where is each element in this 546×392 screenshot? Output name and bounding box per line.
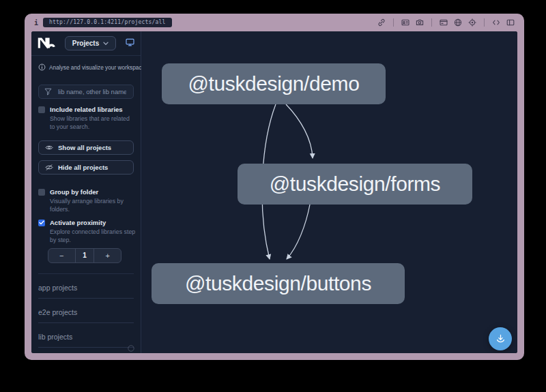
graph-node-demo[interactable]: @tuskdesign/demo	[162, 63, 386, 104]
graph-node-buttons[interactable]: @tuskdesign/buttons	[152, 263, 405, 304]
sidebar-item-lib-projects[interactable]: lib projects	[38, 323, 134, 348]
app-window-icon[interactable]	[440, 18, 448, 27]
workspace-tagline-text: Analyse and visualize your workspace.	[49, 64, 147, 71]
include-related-description: Show libraries that are related to your …	[50, 115, 136, 131]
proximity-depth-stepper: − 1 +	[48, 248, 121, 263]
include-related-group: Include related libraries Show libraries…	[38, 106, 134, 131]
group-by-folder-label: Group by folder	[50, 188, 98, 196]
group-by-folder-group: Group by folder Visually arrange librari…	[38, 188, 134, 213]
sidebar-item-e2e-projects[interactable]: e2e projects	[38, 299, 134, 323]
group-by-folder-checkbox[interactable]: Group by folder	[38, 188, 134, 196]
search-input[interactable]	[57, 87, 128, 96]
show-all-projects-button[interactable]: Show all projects	[38, 140, 134, 155]
eye-icon	[45, 144, 53, 151]
titlebar-divider	[393, 18, 394, 27]
code-brackets-icon[interactable]	[492, 18, 500, 27]
download-graph-button[interactable]	[489, 327, 512, 350]
contact-card-icon[interactable]	[401, 18, 410, 27]
chevron-down-icon	[103, 42, 109, 46]
graph-canvas[interactable]: @tuskdesign/demo @tuskdesign/forms @tusk…	[141, 31, 517, 353]
stepper-value: 1	[75, 249, 95, 262]
edge-forms-buttons	[287, 205, 310, 259]
link-icon[interactable]	[377, 18, 386, 27]
app-content: Projects Analyse and visual	[31, 31, 517, 353]
download-icon	[495, 334, 506, 344]
hide-all-projects-label: Hide all projects	[58, 164, 108, 171]
activate-proximity-description: Explore connected libraries step by step…	[50, 228, 136, 244]
stepper-decrement-button[interactable]: −	[48, 249, 75, 262]
favicon-info-glyph: i	[34, 19, 38, 27]
sidebar-item-app-projects[interactable]: app projects	[38, 274, 134, 299]
titlebar-actions	[377, 18, 515, 27]
hide-all-projects-button[interactable]: Hide all projects	[38, 160, 134, 175]
target-icon[interactable]	[468, 18, 476, 27]
checkbox-unchecked-icon	[38, 189, 45, 196]
sidebar: Projects Analyse and visual	[31, 31, 141, 353]
activate-proximity-checkbox[interactable]: Activate proximity	[38, 219, 134, 226]
include-related-label: Include related libraries	[50, 106, 123, 113]
monitor-icon[interactable]	[126, 38, 134, 48]
activate-proximity-label: Activate proximity	[50, 219, 106, 226]
camera-icon[interactable]	[416, 18, 424, 27]
split-view-icon[interactable]	[506, 18, 515, 27]
sidebar-header: Projects	[31, 31, 141, 56]
url-text: http://127.0.0.1:4211/projects/all	[49, 19, 166, 25]
nx-logo-icon	[38, 37, 55, 49]
checkbox-unchecked-icon	[38, 106, 45, 113]
titlebar-divider	[484, 18, 485, 27]
eye-off-icon	[45, 164, 53, 171]
globe-icon[interactable]	[454, 18, 462, 27]
workspace-tagline: Analyse and visualize your workspace.	[38, 64, 134, 71]
projects-dropdown[interactable]: Projects	[65, 36, 116, 50]
stepper-increment-button[interactable]: +	[94, 249, 121, 262]
include-related-checkbox[interactable]: Include related libraries	[38, 106, 134, 113]
graph-node-forms[interactable]: @tuskdesign/forms	[238, 164, 472, 205]
url-bar[interactable]: http://127.0.0.1:4211/projects/all	[43, 18, 172, 27]
browser-window: i http://127.0.0.1:4211/projects/all	[25, 14, 524, 360]
info-icon	[38, 63, 46, 71]
titlebar: i http://127.0.0.1:4211/projects/all	[25, 14, 524, 31]
group-by-folder-description: Visually arrange libraries by folders.	[50, 198, 136, 213]
projects-dropdown-label: Projects	[72, 40, 99, 47]
proximity-group: Activate proximity Explore connected lib…	[38, 219, 134, 244]
checkbox-checked-icon	[38, 220, 45, 226]
titlebar-divider	[431, 18, 432, 27]
show-all-projects-label: Show all projects	[58, 144, 111, 151]
help-button[interactable]	[128, 345, 134, 352]
search-box	[38, 85, 134, 99]
filter-funnel-icon	[44, 88, 52, 95]
edge-demo-forms	[286, 104, 313, 158]
